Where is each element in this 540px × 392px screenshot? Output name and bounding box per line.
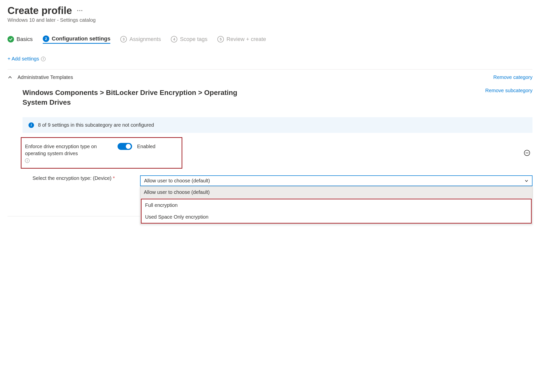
toggle-state-label: Enabled <box>137 144 155 149</box>
dropdown-option-default[interactable]: Allow user to choose (default) <box>140 186 532 198</box>
chevron-up-icon <box>8 75 13 80</box>
info-banner: i 8 of 9 settings in this subcategory ar… <box>23 117 532 133</box>
subcategory-breadcrumb: Windows Components > BitLocker Drive Enc… <box>23 88 248 107</box>
add-settings-link[interactable]: + Add settings <box>8 56 39 62</box>
setting-label-text: Enforce drive encryption type on operati… <box>25 143 110 157</box>
info-icon: i <box>29 122 34 128</box>
step-label: Basics <box>17 36 33 42</box>
info-icon[interactable]: i <box>41 57 46 61</box>
step-configuration-settings[interactable]: 2 Configuration settings <box>43 35 111 44</box>
divider <box>8 69 532 69</box>
remove-setting-button[interactable] <box>524 150 530 156</box>
step-number-icon: 2 <box>43 35 49 42</box>
encryption-type-label: Select the encryption type: (Device) <box>33 175 112 181</box>
more-actions-button[interactable]: ··· <box>77 7 83 14</box>
setting-enforce-encryption: Enforce drive encryption type on operati… <box>22 138 182 168</box>
step-basics[interactable]: Basics <box>8 36 33 43</box>
step-scope-tags[interactable]: 4 Scope tags <box>171 36 207 43</box>
step-label: Review + create <box>226 36 266 42</box>
step-assignments[interactable]: 3 Assignments <box>120 36 161 43</box>
page-title: Create profile <box>8 5 72 16</box>
info-banner-text: 8 of 9 settings in this subcategory are … <box>38 122 154 128</box>
category-name: Administrative Templates <box>18 74 73 80</box>
encryption-type-select[interactable]: Allow user to choose (default) <box>140 175 532 186</box>
chevron-down-icon <box>524 179 528 183</box>
info-icon[interactable]: i <box>25 158 30 163</box>
toggle-enabled[interactable] <box>118 143 132 150</box>
step-number-icon: 4 <box>171 36 177 42</box>
required-marker: * <box>113 175 115 181</box>
category-toggle[interactable]: Administrative Templates <box>8 74 73 80</box>
page-subtitle: Windows 10 and later - Settings catalog <box>8 17 532 23</box>
encryption-type-dropdown: Allow user to choose (default) Full encr… <box>140 186 532 224</box>
dropdown-option-used-space[interactable]: Used Space Only encryption <box>142 211 531 223</box>
step-label: Configuration settings <box>52 35 111 42</box>
step-number-icon: 5 <box>217 36 224 42</box>
remove-subcategory-link[interactable]: Remove subcategory <box>485 88 532 93</box>
dropdown-option-full[interactable]: Full encryption <box>142 199 531 211</box>
step-label: Assignments <box>129 36 161 42</box>
wizard-steps: Basics 2 Configuration settings 3 Assign… <box>8 35 532 46</box>
step-label: Scope tags <box>180 36 207 42</box>
select-value: Allow user to choose (default) <box>144 178 210 184</box>
check-icon <box>8 36 14 42</box>
step-review-create[interactable]: 5 Review + create <box>217 36 266 43</box>
step-number-icon: 3 <box>120 36 127 42</box>
remove-category-link[interactable]: Remove category <box>493 74 532 80</box>
